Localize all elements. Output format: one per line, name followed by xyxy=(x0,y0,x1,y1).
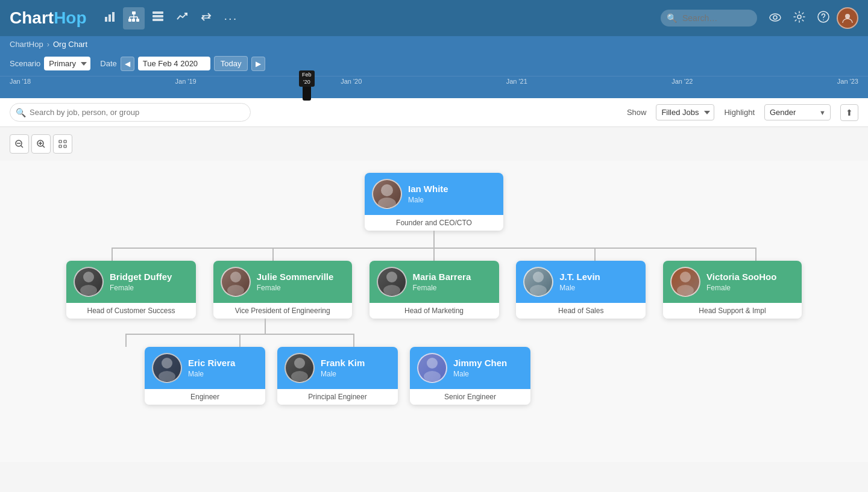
svg-rect-0 xyxy=(105,17,107,22)
jimmy-name: Jimmy Chen xyxy=(453,358,523,369)
svg-rect-12 xyxy=(153,11,163,14)
svg-point-44 xyxy=(680,272,691,282)
timeline-thumb[interactable]: Feb'20 xyxy=(303,84,311,101)
timeline-bar: Jan '18 Jan '19 Jan '20 Jan '21 Jan '22 … xyxy=(0,76,868,98)
frank-avatar xyxy=(285,353,315,383)
help-btn[interactable] xyxy=(813,7,834,30)
visibility-btn[interactable] xyxy=(764,8,786,28)
bridget-avatar xyxy=(74,267,104,297)
date-label: Date xyxy=(100,59,116,68)
eric-avatar xyxy=(152,353,182,383)
svg-line-24 xyxy=(21,146,24,148)
date-next-btn[interactable]: ▶ xyxy=(251,57,265,71)
date-input[interactable] xyxy=(138,57,210,70)
victoria-avatar xyxy=(670,267,700,297)
show-select[interactable]: Filled Jobs All Jobs Headcount xyxy=(656,104,714,120)
level1: Ian White Male Founder and CEO/CTO xyxy=(365,173,503,231)
timeline-label-4: Jan '22 xyxy=(671,78,693,85)
julie-name: Julie Sommerville xyxy=(257,272,345,282)
timeline-thumb-label: Feb'20 xyxy=(299,70,315,87)
node-victoria[interactable]: Victoria SooHoo Female Head Support & Im… xyxy=(663,261,802,319)
svg-rect-30 xyxy=(59,140,61,143)
zoom-out-btn[interactable] xyxy=(10,134,29,154)
victoria-info: Victoria SooHoo Female xyxy=(706,272,794,292)
date-prev-btn[interactable]: ◀ xyxy=(121,57,134,71)
eric-name: Eric Rivera xyxy=(188,358,258,369)
svg-point-51 xyxy=(424,371,441,381)
right-icons xyxy=(764,7,858,30)
svg-rect-32 xyxy=(59,145,61,148)
search-field-wrapper: 🔍 xyxy=(10,103,251,122)
svg-rect-3 xyxy=(132,11,136,14)
ceo-avatar xyxy=(372,179,402,209)
nav-org-chart[interactable] xyxy=(123,7,145,30)
svg-point-48 xyxy=(294,358,305,369)
zoom-in-btn[interactable] xyxy=(31,134,51,154)
svg-point-40 xyxy=(386,272,397,282)
node-maria[interactable]: Maria Barrera Female Head of Marketing xyxy=(370,261,499,319)
bridget-title: Head of Customer Success xyxy=(66,303,196,319)
search-input[interactable] xyxy=(10,103,251,122)
node-jt[interactable]: J.T. Levin Male Head of Sales xyxy=(516,261,646,319)
svg-point-19 xyxy=(797,15,801,19)
svg-line-27 xyxy=(43,146,45,148)
svg-rect-31 xyxy=(64,140,66,143)
maria-header: Maria Barrera Female xyxy=(370,261,499,303)
scenario-label: Scenario xyxy=(10,59,40,68)
svg-rect-13 xyxy=(153,15,163,17)
nav-compare[interactable] xyxy=(195,7,217,30)
node-julie[interactable]: Julie Sommerville Female Vice President … xyxy=(213,261,352,319)
ceo-title: Founder and CEO/CTO xyxy=(365,215,503,231)
timeline-label-2: Jan '20 xyxy=(341,78,362,85)
l2-item-victoria: Victoria SooHoo Female Head Support & Im… xyxy=(663,261,802,319)
node-bridget[interactable]: Bridget Duffey Female Head of Customer S… xyxy=(66,261,196,319)
h-connector-l2 xyxy=(66,248,802,249)
org-area: Ian White Male Founder and CEO/CTO xyxy=(0,161,868,462)
node-frank[interactable]: Frank Kim Male Principal Engineer xyxy=(277,347,398,405)
svg-point-36 xyxy=(83,272,94,282)
scenario-select[interactable]: Primary xyxy=(44,57,90,70)
node-jimmy[interactable]: Jimmy Chen Male Senior Engineer xyxy=(410,347,530,405)
frank-header: Frank Kim Male xyxy=(277,347,398,389)
nav-table[interactable] xyxy=(147,7,169,30)
fit-btn[interactable] xyxy=(53,134,72,154)
l2-item-bridget: Bridget Duffey Female Head of Customer S… xyxy=(66,261,196,319)
l3-item-jimmy: Jimmy Chen Male Senior Engineer xyxy=(410,347,530,405)
breadcrumb-parent[interactable]: ChartHop xyxy=(10,40,43,49)
frank-info: Frank Kim Male xyxy=(321,358,391,378)
settings-btn[interactable] xyxy=(788,7,810,30)
node-eric[interactable]: Eric Rivera Male Engineer xyxy=(145,347,265,405)
victoria-header: Victoria SooHoo Female xyxy=(663,261,802,303)
victoria-name: Victoria SooHoo xyxy=(706,272,794,282)
l3-item-frank: Frank Kim Male Principal Engineer xyxy=(277,347,398,405)
zoom-controls xyxy=(0,127,868,161)
maria-info: Maria Barrera Female xyxy=(413,272,492,292)
julie-header: Julie Sommerville Female xyxy=(213,261,352,303)
user-avatar[interactable] xyxy=(837,7,858,29)
logo[interactable]: ChartHop xyxy=(10,8,87,28)
nav-search-input[interactable] xyxy=(661,10,757,26)
svg-point-22 xyxy=(845,14,850,19)
svg-rect-6 xyxy=(136,19,139,22)
nav-analytics[interactable] xyxy=(99,7,121,30)
bridget-name: Bridget Duffey xyxy=(110,272,189,282)
svg-point-38 xyxy=(230,272,241,282)
svg-point-21 xyxy=(823,19,824,20)
today-btn[interactable]: Today xyxy=(214,56,248,71)
highlight-select[interactable]: Gender Department Location xyxy=(764,104,831,120)
svg-point-18 xyxy=(773,16,777,19)
ceo-connector-down xyxy=(433,231,435,248)
svg-point-49 xyxy=(291,371,308,381)
jimmy-avatar xyxy=(417,353,447,383)
nav-headcount[interactable] xyxy=(171,7,193,30)
jimmy-header: Jimmy Chen Male xyxy=(410,347,530,389)
nav-more[interactable]: ··· xyxy=(219,8,243,29)
jt-gender: Male xyxy=(559,284,638,292)
svg-rect-5 xyxy=(132,19,135,22)
upload-btn[interactable]: ⬆ xyxy=(840,104,858,121)
jt-name: J.T. Levin xyxy=(559,272,638,282)
timeline-track[interactable]: Feb'20 xyxy=(10,86,858,96)
svg-point-46 xyxy=(162,358,172,369)
ceo-node[interactable]: Ian White Male Founder and CEO/CTO xyxy=(365,173,503,231)
svg-point-43 xyxy=(530,285,547,295)
